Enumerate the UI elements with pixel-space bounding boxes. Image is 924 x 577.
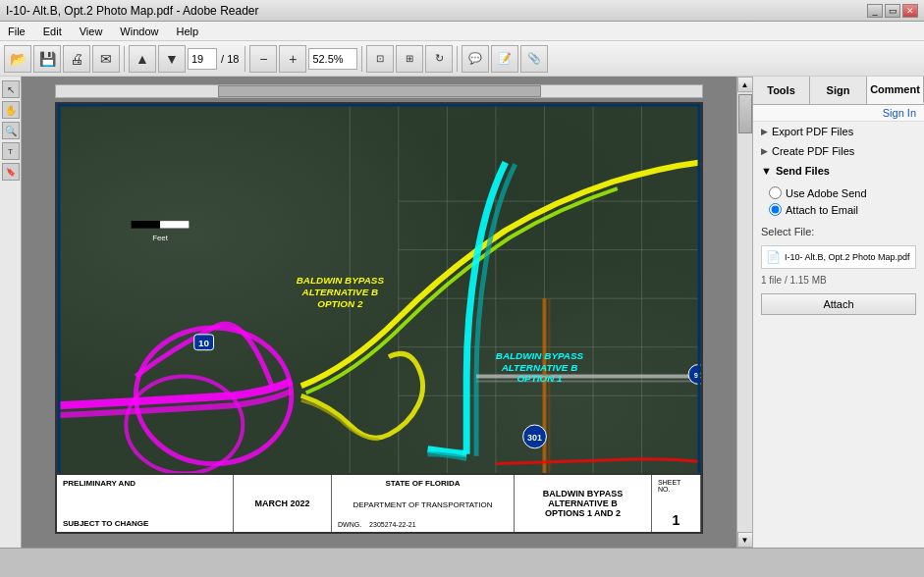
pdf-file-icon: 📄	[766, 250, 781, 264]
toolbar-separator-4	[457, 46, 458, 72]
svg-text:BALDWIN BYPASS: BALDWIN BYPASS	[297, 275, 385, 286]
toolbar: 📂 💾 🖨 ✉ ▲ ▼ / 18 − + ⊡ ⊞ ↻ 💬 📝 📎	[0, 41, 924, 77]
scroll-up-arrow[interactable]: ▲	[737, 77, 753, 92]
menu-bar: File Edit View Window Help	[0, 22, 924, 41]
pdf-map: Feet 10 90 301 BALDWIN BYP	[55, 102, 703, 534]
comment-button[interactable]: 💬	[462, 45, 489, 73]
send-files-header[interactable]: ▼ Send Files	[753, 161, 924, 181]
select-file-label: Select File:	[753, 222, 924, 241]
svg-rect-19	[131, 221, 160, 229]
attach-button[interactable]: Attach	[761, 293, 916, 315]
next-page-button[interactable]: ▼	[158, 45, 186, 73]
status-bar	[0, 548, 924, 577]
window-controls: _ ▭ ✕	[867, 4, 918, 18]
svg-text:ALTERNATIVE B: ALTERNATIVE B	[301, 287, 379, 297]
text-select-tool[interactable]: T	[2, 142, 20, 160]
map-info-box: PRELIMINARY AND SUBJECT TO CHANGE MARCH …	[57, 473, 701, 532]
export-pdf-item[interactable]: ▶ Export PDF Files	[753, 122, 924, 141]
create-arrow: ▶	[761, 146, 768, 156]
toolbar-separator-1	[124, 46, 125, 72]
send-options: Use Adobe Send Attach to Email	[753, 181, 924, 222]
info-title: BALDWIN BYPASS ALTERNATIVE B OPTIONS 1 A…	[515, 475, 652, 532]
print-button[interactable]: 🖨	[63, 45, 90, 73]
tab-sign[interactable]: Sign	[810, 77, 867, 104]
zoom-input[interactable]	[308, 48, 357, 70]
send-files-label: Send Files	[776, 165, 830, 177]
horizontal-scrollbar[interactable]	[55, 84, 703, 98]
select-tool[interactable]: ↖	[2, 80, 20, 98]
export-arrow: ▶	[761, 127, 768, 136]
adobe-send-label: Use Adobe Send	[786, 187, 867, 199]
info-preliminary: PRELIMINARY AND SUBJECT TO CHANGE	[57, 475, 234, 532]
info-agency: STATE OF FLORIDA DEPARTMENT OF TRANSPORT…	[332, 475, 515, 532]
highlight-button[interactable]: 📝	[491, 45, 518, 73]
fit-width-button[interactable]: ⊞	[396, 45, 423, 73]
zoom-in-button[interactable]: +	[279, 45, 306, 73]
main-area: ↖ ✋ 🔍 T 🔖	[0, 77, 924, 548]
attach-email-option[interactable]: Attach to Email	[769, 201, 916, 218]
menu-window[interactable]: Window	[116, 24, 162, 39]
file-name: I-10- Alt.B, Opt.2 Photo Map.pdf	[785, 252, 910, 262]
hand-tool[interactable]: ✋	[2, 101, 20, 119]
attach-email-radio[interactable]	[769, 203, 782, 216]
scroll-thumb[interactable]	[738, 94, 752, 133]
toolbar-separator-3	[361, 46, 362, 72]
svg-text:10: 10	[198, 338, 210, 348]
rotate-button[interactable]: ↻	[425, 45, 453, 73]
adobe-send-radio[interactable]	[769, 186, 782, 199]
save-button[interactable]: 💾	[33, 45, 61, 73]
info-date: MARCH 2022	[234, 475, 332, 532]
svg-text:OPTION 2: OPTION 2	[317, 298, 363, 309]
close-button[interactable]: ✕	[902, 4, 918, 18]
open-button[interactable]: 📂	[4, 45, 31, 73]
menu-view[interactable]: View	[76, 24, 107, 39]
svg-text:OPTION 1: OPTION 1	[516, 373, 562, 384]
sign-in-link[interactable]: Sign In	[753, 105, 924, 122]
tab-comment[interactable]: Comment	[867, 77, 924, 104]
minimize-button[interactable]: _	[867, 4, 883, 18]
create-pdf-label: Create PDF Files	[772, 145, 854, 157]
scroll-down-arrow[interactable]: ▼	[737, 532, 753, 548]
svg-text:301: 301	[527, 433, 542, 443]
page-total: / 18	[219, 53, 241, 65]
svg-text:BALDWIN BYPASS: BALDWIN BYPASS	[496, 350, 584, 361]
prev-page-button[interactable]: ▲	[129, 45, 156, 73]
menu-file[interactable]: File	[4, 24, 29, 39]
bookmark-tool[interactable]: 🔖	[2, 163, 20, 181]
title-bar: I-10- Alt.B, Opt.2 Photo Map.pdf - Adobe…	[0, 0, 924, 22]
left-tools-panel: ↖ ✋ 🔍 T 🔖	[0, 77, 22, 548]
window-title: I-10- Alt.B, Opt.2 Photo Map.pdf - Adobe…	[6, 4, 258, 18]
create-pdf-item[interactable]: ▶ Create PDF Files	[753, 141, 924, 161]
right-panel-tabs: Tools Sign Comment	[753, 77, 924, 105]
restore-button[interactable]: ▭	[885, 4, 900, 18]
attach-email-label: Attach to Email	[786, 204, 858, 216]
pdf-viewer-area: Feet 10 90 301 BALDWIN BYP	[22, 77, 736, 548]
email-button[interactable]: ✉	[92, 45, 120, 73]
selected-file-item: 📄 I-10- Alt.B, Opt.2 Photo Map.pdf	[761, 245, 916, 269]
tab-tools[interactable]: Tools	[753, 77, 810, 104]
info-sheet: SHEET NO. 1	[652, 475, 701, 532]
file-size-text: 1 file / 1.15 MB	[753, 273, 924, 288]
export-pdf-label: Export PDF Files	[772, 126, 853, 137]
menu-edit[interactable]: Edit	[39, 24, 66, 39]
svg-text:Feet: Feet	[152, 234, 169, 242]
toolbar-separator-2	[245, 46, 245, 72]
zoom-tool[interactable]: 🔍	[2, 122, 20, 139]
use-adobe-send-option[interactable]: Use Adobe Send	[769, 184, 916, 201]
svg-text:ALTERNATIVE B: ALTERNATIVE B	[501, 362, 578, 373]
zoom-out-button[interactable]: −	[249, 45, 277, 73]
vertical-scrollbar[interactable]: ▲ ▼	[736, 77, 752, 548]
attach-toolbar-button[interactable]: 📎	[520, 45, 548, 73]
menu-help[interactable]: Help	[172, 24, 202, 39]
right-panel: Tools Sign Comment Sign In ▶ Export PDF …	[752, 77, 924, 548]
send-arrow: ▼	[761, 165, 772, 177]
fit-page-button[interactable]: ⊡	[366, 45, 394, 73]
page-number-input[interactable]	[188, 48, 217, 70]
